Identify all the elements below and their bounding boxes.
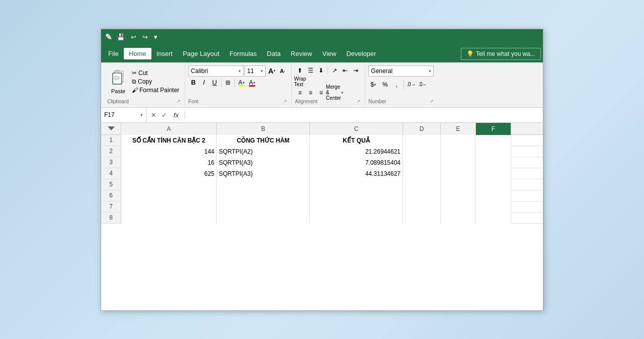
text-direction-button[interactable]: ↗ [330, 65, 340, 76]
cell-c8[interactable] [310, 213, 403, 224]
cell-d3[interactable] [403, 157, 441, 168]
formula-cancel-button[interactable]: ✕ [149, 111, 158, 119]
cell-a7[interactable] [121, 201, 217, 213]
undo-button[interactable]: ↩ [129, 32, 138, 42]
formula-fx-button[interactable]: fx [171, 111, 182, 119]
col-header-a[interactable]: A [121, 123, 217, 135]
copy-button[interactable]: ⧉ Copy [130, 78, 181, 86]
increase-decimal-button[interactable]: .0→ [406, 80, 416, 90]
align-bottom-button[interactable]: ⬇ [316, 65, 326, 76]
row-header-1[interactable]: 1 [101, 135, 121, 146]
align-left-button[interactable]: ≡ [295, 88, 305, 98]
menu-data[interactable]: Data [262, 48, 285, 59]
col-header-d[interactable]: D [403, 123, 441, 135]
decrease-decimal-button[interactable]: .0← [418, 80, 428, 90]
cell-d2[interactable] [403, 146, 441, 157]
border-button[interactable]: ⊞ [223, 78, 233, 88]
qa-dropdown-button[interactable]: ▾ [152, 32, 159, 42]
indent-increase-button[interactable]: ⇥ [351, 65, 361, 76]
cell-reference-box[interactable]: F17 ▾ [101, 108, 146, 122]
row-header-8[interactable]: 8 [101, 213, 121, 223]
cell-a1[interactable]: SỐ CẦN TÍNH CĂN BẬC 2 [121, 135, 217, 146]
cell-b8[interactable] [217, 213, 310, 224]
col-header-f[interactable]: F [476, 123, 511, 135]
cell-a6[interactable] [121, 190, 217, 201]
cell-f8[interactable] [476, 213, 511, 224]
italic-button[interactable]: I [199, 78, 209, 88]
cell-a5[interactable] [121, 179, 217, 190]
cell-c4[interactable]: 44.31134627 [310, 168, 403, 179]
cell-d7[interactable] [403, 201, 441, 213]
bold-button[interactable]: B [188, 78, 198, 88]
cell-b5[interactable] [217, 179, 310, 190]
cell-a3[interactable]: 16 [121, 157, 217, 168]
select-all-button[interactable] [101, 123, 121, 134]
tell-me-search[interactable]: 💡 Tell me what you wa... [461, 48, 541, 60]
menu-view[interactable]: View [317, 48, 341, 59]
align-middle-button[interactable]: ☰ [305, 65, 315, 76]
cell-f5[interactable] [476, 179, 511, 190]
font-name-dropdown[interactable]: Calibri ▾ [188, 65, 244, 77]
font-shrink-button[interactable]: A- [277, 66, 287, 76]
row-header-3[interactable]: 3 [101, 157, 121, 168]
menu-file[interactable]: File [103, 48, 124, 59]
cut-button[interactable]: ✂ Cut [130, 69, 181, 77]
redo-button[interactable]: ↪ [140, 32, 150, 42]
cell-c6[interactable] [310, 190, 403, 201]
cell-e6[interactable] [441, 190, 476, 201]
row-header-2[interactable]: 2 [101, 146, 121, 157]
menu-formulas[interactable]: Formulas [224, 48, 262, 59]
cell-f7[interactable] [476, 201, 511, 213]
cell-e2[interactable] [441, 146, 476, 157]
cell-e1[interactable] [441, 135, 476, 146]
align-center-button[interactable]: ≡ [305, 88, 315, 98]
menu-developer[interactable]: Developer [341, 48, 381, 59]
cell-d8[interactable] [403, 213, 441, 224]
cell-e5[interactable] [441, 179, 476, 190]
align-right-button[interactable]: ≡ [316, 88, 326, 98]
cell-b2[interactable]: SQRTPI(A2) [217, 146, 310, 157]
menu-insert[interactable]: Insert [151, 48, 178, 59]
cell-e4[interactable] [441, 168, 476, 179]
menu-review[interactable]: Review [286, 48, 317, 59]
cell-f1[interactable] [476, 135, 511, 146]
cell-a2[interactable]: 144 [121, 146, 217, 157]
indent-decrease-button[interactable]: ⇤ [340, 65, 350, 76]
col-header-b[interactable]: B [217, 123, 310, 135]
cell-a8[interactable] [121, 213, 217, 224]
clipboard-expand-icon[interactable]: ↗ [177, 99, 181, 104]
align-top-button[interactable]: ⬆ [295, 65, 305, 76]
underline-button[interactable]: U [209, 78, 219, 88]
font-expand-icon[interactable]: ↗ [283, 99, 287, 104]
cell-b4[interactable]: SQRTPI(A3) [217, 168, 310, 179]
cell-d5[interactable] [403, 179, 441, 190]
row-header-5[interactable]: 5 [101, 179, 121, 190]
cell-c2[interactable]: 21.26944621 [310, 146, 403, 157]
formula-confirm-button[interactable]: ✓ [160, 111, 169, 119]
cell-c1[interactable]: KẾT QUẢ [310, 135, 403, 146]
cell-b1[interactable]: CÔNG THỨC HÀM [217, 135, 310, 146]
font-size-dropdown[interactable]: 11 ▾ [245, 65, 266, 77]
cell-b6[interactable] [217, 190, 310, 201]
number-expand-icon[interactable]: ↗ [430, 99, 434, 104]
alignment-expand-icon[interactable]: ↗ [357, 99, 361, 104]
fill-color-button[interactable]: A ▾ [236, 78, 247, 88]
cell-c7[interactable] [310, 201, 403, 213]
comma-button[interactable]: , [391, 80, 401, 90]
menu-page-layout[interactable]: Page Layout [178, 48, 224, 59]
format-painter-button[interactable]: 🖌 Format Painter [130, 86, 181, 94]
cell-e3[interactable] [441, 157, 476, 168]
row-header-7[interactable]: 7 [101, 201, 121, 212]
cell-f3[interactable] [476, 157, 511, 168]
row-header-4[interactable]: 4 [101, 168, 121, 179]
wrap-text-row[interactable]: Wrap Text [295, 77, 305, 87]
col-header-e[interactable]: E [441, 123, 476, 135]
cell-c3[interactable]: 7.089815404 [310, 157, 403, 168]
col-header-c[interactable]: C [310, 123, 403, 135]
cell-d1[interactable] [403, 135, 441, 146]
cell-d4[interactable] [403, 168, 441, 179]
cell-b3[interactable]: SQRTPI(A3) [217, 157, 310, 168]
cell-e8[interactable] [441, 213, 476, 224]
menu-home[interactable]: Home [124, 48, 151, 59]
dollar-button[interactable]: $ ▾ [368, 80, 378, 90]
